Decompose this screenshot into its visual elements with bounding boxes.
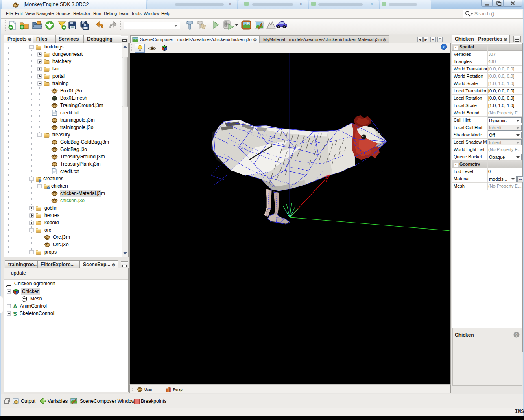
svg-text:?: ? <box>515 332 518 337</box>
